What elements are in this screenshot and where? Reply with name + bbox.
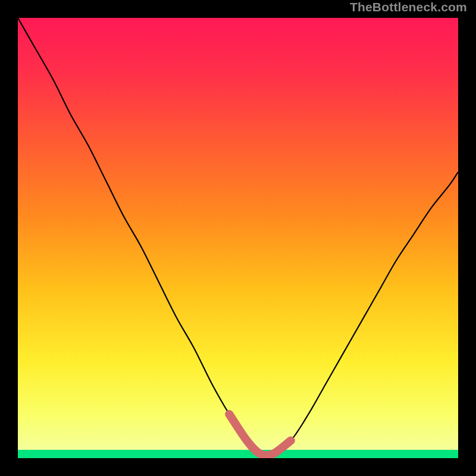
watermark-text: TheBottleneck.com (350, 0, 467, 14)
plot-area (18, 18, 458, 458)
chart-frame (9, 9, 467, 467)
bottleneck-curve (18, 18, 458, 455)
optimal-segment-highlight (229, 414, 291, 455)
curve-layer (18, 18, 458, 458)
